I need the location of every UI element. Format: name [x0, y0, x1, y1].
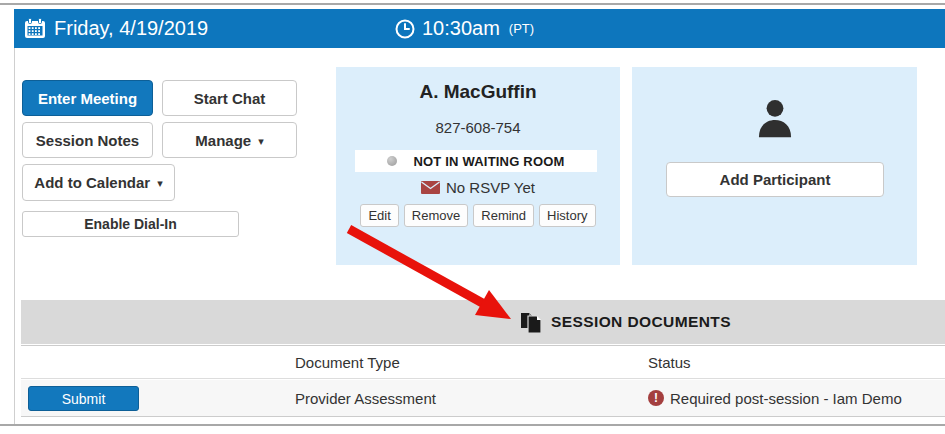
participant-actions: Edit Remove Remind History: [336, 204, 620, 227]
caret-down-icon: ▾: [157, 178, 163, 189]
waiting-room-status: NOT IN WAITING ROOM: [355, 150, 597, 172]
document-status: ! Required post-session - Iam Demo: [648, 380, 902, 416]
document-status-label: Required post-session - Iam Demo: [670, 390, 902, 407]
session-time: 10:30am (PT): [395, 9, 534, 48]
edit-button[interactable]: Edit: [360, 204, 398, 227]
session-documents-header: SESSION DOCUMENTS: [21, 300, 945, 344]
document-type-value: Provider Assessment: [295, 380, 436, 416]
add-participant-label: Add Participant: [720, 171, 831, 188]
session-notes-button[interactable]: Session Notes: [22, 122, 153, 158]
documents-table-header: Document Type Status: [21, 345, 945, 379]
start-chat-button[interactable]: Start Chat: [162, 80, 297, 116]
participant-meeting-id: 827-608-754: [336, 119, 620, 136]
status-dot: [387, 156, 397, 166]
manage-dropdown-button[interactable]: Manage ▾: [162, 122, 297, 158]
participant-card: A. MacGuffin 827-608-754 NOT IN WAITING …: [336, 67, 620, 265]
enter-meeting-button[interactable]: Enter Meeting: [22, 80, 153, 116]
enter-meeting-label: Enter Meeting: [38, 90, 137, 107]
add-to-calendar-dropdown-button[interactable]: Add to Calendar ▾: [22, 164, 175, 201]
session-time-label: 10:30am: [422, 17, 500, 40]
session-header-bar: Friday, 4/19/2019 10:30am (PT): [14, 9, 945, 48]
session-documents-title: SESSION DOCUMENTS: [551, 313, 731, 331]
remind-button[interactable]: Remind: [473, 204, 534, 227]
envelope-icon: [421, 181, 440, 194]
rsvp-status: No RSVP Yet: [336, 179, 620, 196]
column-status: Status: [648, 346, 691, 378]
history-button[interactable]: History: [539, 204, 595, 227]
table-row: Submit Provider Assessment ! Required po…: [21, 380, 945, 417]
bottom-divider: [0, 424, 945, 426]
alert-icon: !: [648, 390, 664, 406]
top-divider: [0, 3, 945, 5]
session-notes-label: Session Notes: [36, 132, 139, 149]
waiting-room-status-label: NOT IN WAITING ROOM: [413, 154, 564, 169]
left-border: [14, 48, 15, 425]
session-detail-panel: Friday, 4/19/2019 10:30am (PT) Enter Mee…: [0, 0, 945, 434]
enable-dial-in-label: Enable Dial-In: [84, 216, 177, 232]
person-icon: [632, 97, 917, 139]
column-document-type: Document Type: [295, 346, 400, 378]
start-chat-label: Start Chat: [194, 90, 266, 107]
session-timezone-label: (PT): [509, 21, 534, 36]
calendar-icon: [24, 18, 46, 39]
add-participant-button[interactable]: Add Participant: [666, 162, 884, 197]
clock-icon: [395, 19, 415, 39]
caret-down-icon: ▾: [258, 136, 264, 147]
enable-dial-in-button[interactable]: Enable Dial-In: [22, 211, 239, 237]
remove-button[interactable]: Remove: [404, 204, 468, 227]
rsvp-status-label: No RSVP Yet: [446, 179, 535, 196]
participant-name: A. MacGuffin: [336, 81, 620, 103]
manage-label: Manage: [195, 132, 251, 149]
session-date: Friday, 4/19/2019: [24, 9, 208, 48]
add-to-calendar-label: Add to Calendar: [34, 174, 150, 191]
session-date-label: Friday, 4/19/2019: [54, 17, 208, 40]
documents-icon: [519, 312, 543, 333]
submit-button[interactable]: Submit: [28, 386, 139, 411]
